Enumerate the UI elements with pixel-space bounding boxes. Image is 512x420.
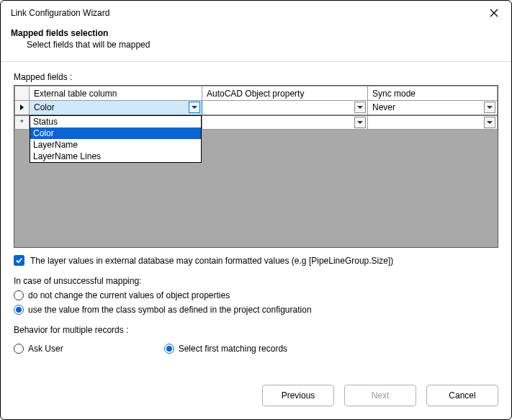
- radio-use-class-symbol[interactable]: [14, 305, 24, 315]
- close-button[interactable]: [484, 5, 504, 21]
- chevron-down-icon: [487, 121, 493, 124]
- step-subtitle: Select fields that will be mapped: [11, 40, 501, 50]
- titlebar: Link Configuration Wizard: [1, 1, 511, 25]
- table-row[interactable]: Color Never: [15, 101, 498, 115]
- check-icon: [15, 256, 23, 264]
- content-area: Mapped fields : External table column Au…: [1, 62, 511, 375]
- radio-label: Select first matching records: [179, 344, 287, 354]
- next-button[interactable]: Next: [344, 385, 416, 406]
- col-header-external[interactable]: External table column: [30, 86, 202, 101]
- behavior-label: Behavior for multiple records :: [14, 325, 498, 335]
- radio-label: do not change the current values of obje…: [28, 290, 230, 300]
- radio-select-first[interactable]: [164, 344, 174, 354]
- wizard-window: Link Configuration Wizard Mapped fields …: [0, 0, 512, 420]
- radio-label: use the value from the class symbol as d…: [28, 305, 312, 315]
- cancel-button[interactable]: Cancel: [426, 385, 498, 406]
- cell-value: Color: [34, 102, 55, 112]
- mapped-fields-label: Mapped fields :: [14, 72, 498, 82]
- unsuccessful-mapping-label: In case of unsuccessful mapping:: [14, 276, 498, 286]
- chevron-down-icon: [487, 106, 493, 109]
- row-marker-current: [15, 101, 30, 115]
- dropdown-option-status[interactable]: Status: [30, 116, 201, 128]
- cell-property-0[interactable]: [202, 101, 368, 115]
- chevron-down-icon: [192, 106, 197, 109]
- cell-sync-0[interactable]: Never: [368, 101, 498, 115]
- previous-button[interactable]: Previous: [262, 385, 334, 406]
- external-column-dropdown[interactable]: Status Color LayerName LayerName Lines: [30, 115, 202, 163]
- formatted-values-row: The layer values in external database ma…: [14, 255, 498, 266]
- col-header-sync[interactable]: Sync mode: [368, 86, 498, 101]
- chevron-down-icon: [357, 121, 363, 124]
- dropdown-option-layername-lines[interactable]: LayerName Lines: [30, 151, 201, 162]
- radio-ask-user[interactable]: [14, 344, 24, 354]
- dropdown-button[interactable]: [189, 102, 200, 113]
- wizard-footer: Previous Next Cancel: [1, 375, 511, 419]
- wizard-header: Mapped fields selection Select fields th…: [1, 25, 511, 57]
- radio-do-not-change[interactable]: [14, 290, 24, 300]
- dropdown-button[interactable]: [354, 117, 366, 128]
- dropdown-button[interactable]: [354, 102, 366, 113]
- formatted-values-checkbox[interactable]: [14, 255, 24, 266]
- formatted-values-label: The layer values in external database ma…: [30, 256, 393, 266]
- cell-value: Never: [372, 102, 395, 112]
- window-title: Link Configuration Wizard: [11, 8, 109, 18]
- current-row-icon: [20, 104, 24, 110]
- chevron-down-icon: [357, 106, 363, 109]
- dropdown-button[interactable]: [484, 117, 495, 128]
- unsuccessful-option-1[interactable]: do not change the current values of obje…: [14, 290, 498, 300]
- behavior-option-2[interactable]: Select first matching records: [164, 344, 287, 354]
- cell-sync-1[interactable]: [368, 115, 498, 130]
- unsuccessful-option-2[interactable]: use the value from the class symbol as d…: [14, 305, 498, 315]
- new-row-icon: *: [20, 118, 23, 127]
- cell-property-1[interactable]: [202, 115, 368, 130]
- behavior-options: Ask User Select first matching records: [14, 339, 498, 354]
- col-header-property[interactable]: AutoCAD Object property: [202, 86, 368, 101]
- mapped-fields-grid[interactable]: External table column AutoCAD Object pro…: [14, 85, 498, 248]
- cell-external-0[interactable]: Color: [30, 101, 202, 115]
- dropdown-option-layername[interactable]: LayerName: [30, 139, 201, 151]
- row-marker-new: *: [15, 115, 30, 130]
- dropdown-option-color[interactable]: Color: [30, 128, 201, 139]
- close-icon: [490, 9, 498, 17]
- grid-corner: [15, 86, 30, 101]
- step-title: Mapped fields selection: [11, 28, 501, 38]
- dropdown-button[interactable]: [484, 102, 495, 113]
- radio-label: Ask User: [28, 344, 63, 354]
- behavior-option-1[interactable]: Ask User: [14, 344, 63, 354]
